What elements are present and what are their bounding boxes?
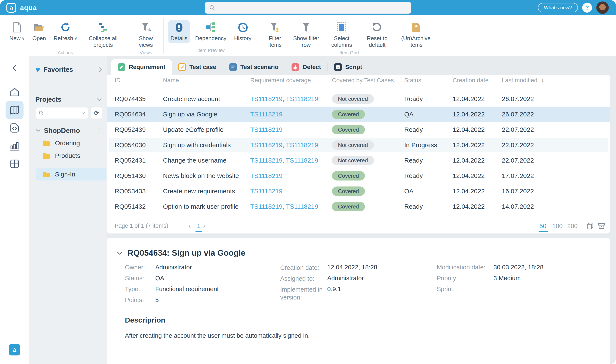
coverage-links[interactable]: TS1118219 <box>250 188 283 195</box>
search-icon <box>39 110 44 116</box>
column-header-id[interactable]: ID <box>115 75 121 86</box>
new-document-icon <box>13 22 22 33</box>
coverage-badge: Covered <box>332 202 365 211</box>
prev-page-button[interactable]: ‹ <box>189 222 191 229</box>
sort-descending-icon[interactable]: ↓ <box>541 75 544 86</box>
tab-test-scenario[interactable]: Test scenario <box>223 59 285 75</box>
column-header-status[interactable]: Status <box>404 75 421 86</box>
whats-new-button[interactable]: What's new? <box>538 3 578 13</box>
table-row[interactable]: RQ052439 Update eCoffe profile TS1118219… <box>107 122 610 137</box>
search-icon <box>209 4 215 11</box>
chevron-down-icon <box>96 98 102 102</box>
home-nav-icon[interactable] <box>6 83 24 101</box>
table-row[interactable]: RQ074435 Create new account TS1118219, T… <box>107 91 610 107</box>
page-size-200[interactable]: 200 <box>567 222 577 230</box>
dependency-button[interactable]: Dependency <box>193 20 229 43</box>
tree-project-row[interactable]: ShopDemo ⋮ <box>35 125 102 136</box>
pagination-bar: Page 1 of 1 (7 items) ‹ 1 › 50 100 200 <box>107 220 610 232</box>
collapse-details-icon[interactable] <box>116 251 123 255</box>
show-views-button[interactable]: Show views <box>133 20 159 50</box>
description-heading: Descriprion <box>125 316 165 324</box>
tab-script[interactable]: Script <box>328 59 369 75</box>
page-size-100[interactable]: 100 <box>552 222 562 230</box>
collapse-sidebar-button[interactable] <box>6 60 24 76</box>
tab-defect[interactable]: Defect <box>285 59 328 75</box>
show-views-icon <box>141 22 151 33</box>
column-header-coverage[interactable]: Requirement coverage <box>250 75 311 86</box>
user-avatar[interactable] <box>596 1 609 14</box>
archive-grid-icon[interactable] <box>598 222 605 230</box>
folder-icon <box>42 153 50 159</box>
folder-item-ordering[interactable]: Ordering <box>35 137 102 149</box>
active-page-underline <box>195 231 202 232</box>
favorites-row[interactable]: ♥ Favorites <box>35 64 102 75</box>
reports-nav-icon[interactable] <box>6 137 24 155</box>
dashboard-nav-icon[interactable] <box>6 155 24 173</box>
active-size-underline <box>539 231 548 232</box>
filter-items-button[interactable]: Filter items <box>263 20 287 50</box>
reset-to-default-button[interactable]: Reset to default <box>361 20 393 50</box>
projects-nav-icon[interactable] <box>6 101 24 119</box>
new-button[interactable]: New∨ <box>7 20 27 43</box>
page-number[interactable]: 1 <box>195 222 202 229</box>
project-sidebar: ♥ Favorites Projects ⟳ ShopDemo ⋮ <box>29 56 107 364</box>
history-icon <box>237 22 248 33</box>
select-columns-button[interactable]: Select columns <box>326 20 358 50</box>
requirement-icon <box>118 63 125 71</box>
table-row[interactable]: RQ051430 News block on the website TS111… <box>107 168 610 183</box>
ribbon-group-views: Show views Views <box>131 15 160 56</box>
folder-item-sign-in[interactable]: Sign-In <box>35 168 102 180</box>
table-row[interactable]: RQ053433 Create new requirements TS11182… <box>107 183 610 199</box>
column-header-covered[interactable]: Covered by Test Cases <box>332 75 394 86</box>
show-filter-row-button[interactable]: Show filter row <box>290 20 322 50</box>
test-case-icon <box>178 63 186 71</box>
folder-item-products[interactable]: Products <box>35 150 102 162</box>
ribbon-group-item-preview: Details Dependency History Item Preview <box>167 15 255 56</box>
coverage-badge: Covered <box>332 110 365 119</box>
page-size-50[interactable]: 50 <box>539 222 546 230</box>
coverage-links[interactable]: TS1118219 <box>250 126 283 133</box>
coverage-links[interactable]: TS1118219, TS1118219 <box>250 142 318 149</box>
help-button[interactable]: ? <box>582 3 592 13</box>
table-row-hovered[interactable]: RQ054030 Sign up with credentials TS1118… <box>107 137 610 153</box>
collapse-all-projects-button[interactable]: Collapse all projects <box>83 20 123 50</box>
refresh-projects-button[interactable]: ⟳ <box>91 107 102 119</box>
kebab-menu-icon[interactable]: ⋮ <box>96 127 102 134</box>
coverage-links[interactable]: TS1118219, TS1118219 <box>250 203 318 210</box>
details-button[interactable]: Details <box>168 20 190 43</box>
archive-box-icon <box>411 22 421 33</box>
table-row[interactable]: RQ052431 Change the username TS1118219, … <box>107 153 610 168</box>
tab-requirement[interactable]: Requirement <box>111 59 172 75</box>
open-button[interactable]: Open <box>30 20 48 43</box>
global-search-input[interactable] <box>205 2 411 14</box>
refresh-button[interactable]: Refresh∨ <box>52 20 79 43</box>
unarchive-items-button[interactable]: (Un)Archive items <box>397 20 435 50</box>
column-header-modified[interactable]: Last modified <box>502 75 537 86</box>
column-header-name[interactable]: Name <box>163 75 179 86</box>
details-icon <box>175 22 183 33</box>
history-button[interactable]: History <box>232 20 254 43</box>
table-row-selected[interactable]: RQ054634 Sign up via Google TS1118219 Co… <box>107 107 610 122</box>
project-search-input[interactable] <box>35 107 88 119</box>
coverage-links[interactable]: TS1118219 <box>250 111 283 118</box>
copy-grid-icon[interactable] <box>587 222 594 230</box>
coverage-links[interactable]: TS1118219, TS1118219 <box>250 95 318 103</box>
next-page-button[interactable]: › <box>203 222 205 229</box>
tab-test-case[interactable]: Test case <box>172 59 223 75</box>
refresh-icon <box>60 22 70 33</box>
item-type-tabs: Requirement Test case Test scenario Defe… <box>107 59 616 75</box>
table-row[interactable]: RQ051432 Option to mark user profile TS1… <box>107 199 610 214</box>
projects-section-header[interactable]: Projects <box>35 93 102 105</box>
scripts-nav-icon[interactable] <box>6 119 24 137</box>
column-header-created[interactable]: Creation date <box>452 75 489 86</box>
chevron-right-icon <box>98 67 102 73</box>
app-window: a aqua What's new? ? New∨ <box>0 0 616 364</box>
ribbon-group-label: Item Preview <box>167 48 255 56</box>
coverage-links[interactable]: TS1118219 <box>250 172 283 180</box>
script-icon <box>334 63 342 71</box>
coverage-links[interactable]: TS1118219, TS1118219 <box>250 157 318 164</box>
aqua-logo-bottom: a <box>9 344 20 355</box>
chevron-down-icon: ∨ <box>22 36 25 41</box>
chevron-down-icon[interactable] <box>35 129 41 132</box>
coverage-badge: Covered <box>332 125 365 134</box>
